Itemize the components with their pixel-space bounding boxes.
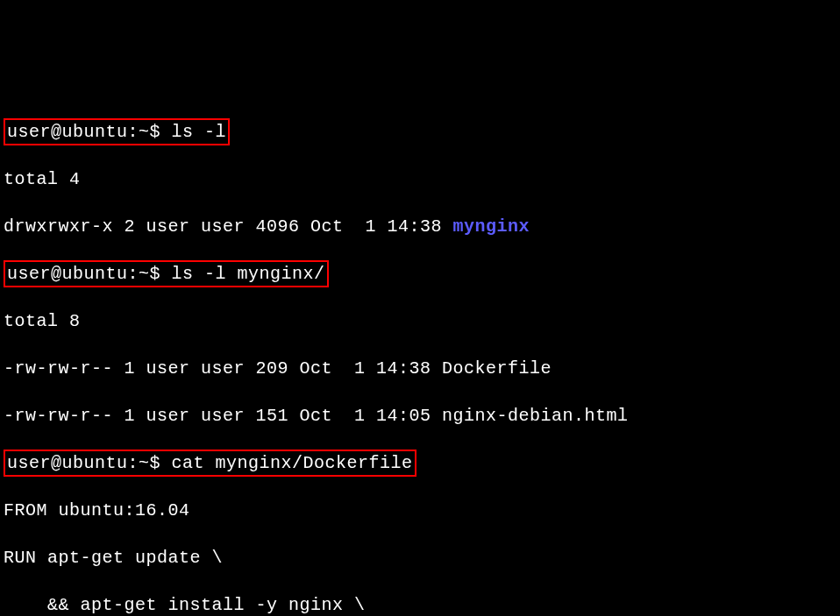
ls-entry-dockerfile: -rw-rw-r-- 1 user user 209 Oct 1 14:38 D… (4, 357, 836, 380)
ls-total-1: total 4 (4, 167, 836, 191)
prompt-command-1[interactable]: user@ubuntu:~$ ls -l (7, 122, 226, 142)
terminal-output: user@ubuntu:~$ ls -l total 4 drwxrwxr-x … (4, 96, 836, 616)
ls-entry-dirname: mynginx (453, 216, 530, 237)
command-3-highlight: user@ubuntu:~$ cat mynginx/Dockerfile (4, 450, 416, 477)
ls-entry-perms: drwxrwxr-x 2 user user 4096 Oct 1 14:38 (4, 216, 453, 237)
command-2-highlight: user@ubuntu:~$ ls -l mynginx/ (4, 260, 329, 287)
ls-total-2: total 8 (4, 309, 836, 333)
dockerfile-line-2: RUN apt-get update \ (4, 546, 836, 570)
ls-entry-nginxhtml: -rw-rw-r-- 1 user user 151 Oct 1 14:05 n… (4, 404, 836, 428)
command-1-highlight: user@ubuntu:~$ ls -l (4, 118, 230, 145)
dockerfile-line-1: FROM ubuntu:16.04 (4, 499, 836, 522)
prompt-command-3[interactable]: user@ubuntu:~$ cat mynginx/Dockerfile (7, 453, 413, 473)
dockerfile-line-3: && apt-get install -y nginx \ (4, 593, 836, 616)
prompt-command-2[interactable]: user@ubuntu:~$ ls -l mynginx/ (7, 264, 325, 284)
